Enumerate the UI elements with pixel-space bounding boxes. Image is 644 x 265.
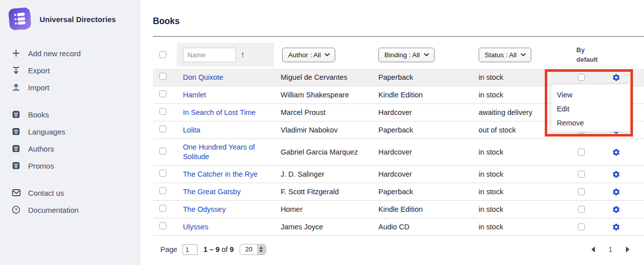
plus-icon	[12, 49, 21, 58]
row-actions-button[interactable]	[596, 145, 635, 160]
sidebar-item-label: Contact us	[28, 189, 64, 197]
cell-status: in stock	[476, 166, 548, 183]
page-label: Page	[160, 245, 177, 253]
brand: Universal Directories	[0, 0, 140, 32]
gear-icon	[612, 205, 620, 214]
previous-page-icon[interactable]	[591, 246, 595, 252]
row-actions-button[interactable]	[596, 70, 635, 85]
cell-status: in stock	[476, 184, 548, 200]
book-name-link[interactable]: One Hundred Years of Solitude	[183, 143, 255, 161]
sidebar-item-label: Add new record	[28, 49, 81, 58]
main-content: Books ↑ Author : All Binding : All Statu…	[140, 0, 644, 265]
app-logo-icon	[8, 7, 33, 32]
select-all-checkbox[interactable]	[159, 51, 166, 58]
row-context-menu: View Edit Remove	[551, 84, 630, 132]
cell-binding: Hardcover	[376, 166, 476, 183]
name-filter-input[interactable]	[183, 48, 236, 62]
sidebar-item-add-new-record[interactable]: Add new record	[0, 45, 140, 62]
row-select-checkbox[interactable]	[159, 73, 166, 80]
table-row: The Odyssey Homer Kindle Edition in stoc…	[153, 201, 644, 218]
sidebar-footer: Contact us ? Documentation	[0, 184, 140, 218]
mail-icon	[12, 188, 21, 197]
row-actions-button[interactable]	[596, 219, 635, 235]
table-row: The Catcher in the Rye J. D. Salinger Ha…	[153, 166, 644, 183]
row-select-checkbox[interactable]	[159, 170, 166, 177]
sidebar-item-documentation[interactable]: ? Documentation	[0, 201, 140, 218]
menu-item-edit[interactable]: Edit	[551, 102, 629, 116]
page-title: Books	[153, 15, 644, 27]
pagination: Page 1 – 9of9 20 1	[153, 244, 644, 255]
book-name-link[interactable]: The Odyssey	[183, 205, 226, 213]
row-actions-button[interactable]	[596, 167, 635, 182]
cell-binding: Hardcover	[376, 104, 476, 121]
gear-icon	[612, 170, 620, 179]
page-size-select[interactable]: 20	[240, 244, 266, 255]
row-select-checkbox[interactable]	[159, 90, 166, 97]
row-select-checkbox[interactable]	[159, 148, 166, 155]
sidebar-item-label: Books	[28, 110, 49, 119]
row-select-checkbox[interactable]	[159, 222, 166, 229]
cell-binding: Paperback	[376, 184, 476, 200]
sidebar-item-promos[interactable]: Promos	[0, 157, 140, 174]
menu-item-remove[interactable]: Remove	[551, 116, 629, 130]
row-select-checkbox[interactable]	[159, 125, 166, 132]
gear-icon	[612, 73, 620, 82]
current-page-number: 1	[608, 245, 612, 253]
record-icon	[12, 127, 21, 136]
chevron-down-icon	[424, 53, 429, 56]
row-actions-button[interactable]	[596, 184, 635, 200]
menu-item-view[interactable]: View	[551, 88, 629, 102]
by-default-checkbox[interactable]	[578, 223, 585, 230]
row-select-checkbox[interactable]	[159, 187, 166, 194]
book-name-link[interactable]: In Search of Lost Time	[183, 108, 256, 116]
sidebar-item-label: Languages	[28, 127, 65, 136]
cell-status: in stock	[476, 69, 548, 86]
row-actions-button[interactable]	[596, 202, 635, 217]
by-default-checkbox[interactable]	[578, 188, 585, 195]
cell-author: Homer	[274, 201, 376, 218]
cell-status: in stock	[476, 144, 548, 161]
page-number-input[interactable]	[182, 244, 197, 255]
book-name-link[interactable]: Ulysses	[183, 223, 208, 231]
by-default-checkbox[interactable]	[578, 171, 585, 178]
table-row: One Hundred Years of Solitude Gabriel Ga…	[153, 139, 644, 166]
gear-icon	[612, 188, 620, 196]
sidebar-item-export[interactable]: Export	[0, 62, 140, 79]
book-name-link[interactable]: The Catcher in the Rye	[183, 170, 258, 178]
sidebar-item-label: Documentation	[28, 206, 79, 214]
sidebar-item-import[interactable]: Import	[0, 79, 140, 96]
cell-author: Vladimir Nabokov	[274, 122, 376, 139]
app-title: Universal Directories	[40, 15, 116, 24]
sidebar-item-authors[interactable]: Authors	[0, 140, 140, 157]
row-select-checkbox[interactable]	[159, 108, 166, 115]
by-default-checkbox[interactable]	[578, 149, 585, 156]
sidebar-item-label: Export	[28, 66, 50, 75]
cell-status: out of stock	[476, 122, 548, 139]
row-select-checkbox[interactable]	[159, 205, 166, 212]
sidebar-item-languages[interactable]: Languages	[0, 123, 140, 140]
gear-icon	[612, 148, 620, 157]
binding-filter-select[interactable]: Binding : All	[378, 48, 435, 62]
sidebar-item-label: Authors	[28, 145, 54, 153]
cell-status: awaiting delivery	[476, 104, 548, 121]
table-row: Ulysses James Joyce Audio CD in stock	[153, 218, 644, 236]
by-default-checkbox[interactable]	[578, 206, 585, 213]
by-default-checkbox[interactable]	[578, 74, 585, 81]
next-page-icon[interactable]	[625, 246, 630, 252]
book-name-link[interactable]: Hamlet	[183, 91, 206, 99]
book-name-link[interactable]: The Great Gatsby	[183, 188, 241, 196]
author-filter-select[interactable]: Author : All	[282, 48, 335, 62]
cell-binding: Kindle Edition	[376, 201, 476, 218]
by-default-column-header: By default	[548, 45, 596, 64]
sidebar-item-books[interactable]: Books	[0, 106, 140, 123]
book-name-link[interactable]: Don Quixote	[183, 73, 224, 81]
book-name-link[interactable]: Lolita	[183, 126, 200, 134]
gear-icon	[612, 223, 620, 231]
cell-binding: Audio CD	[376, 219, 476, 235]
sort-ascending-icon[interactable]: ↑	[241, 50, 245, 59]
cell-author: J. D. Salinger	[274, 166, 376, 183]
status-filter-select[interactable]: Status : All	[479, 48, 531, 62]
cell-author: James Joyce	[274, 219, 376, 235]
sidebar-item-label: Promos	[28, 162, 54, 170]
sidebar-item-contact-us[interactable]: Contact us	[0, 184, 140, 201]
